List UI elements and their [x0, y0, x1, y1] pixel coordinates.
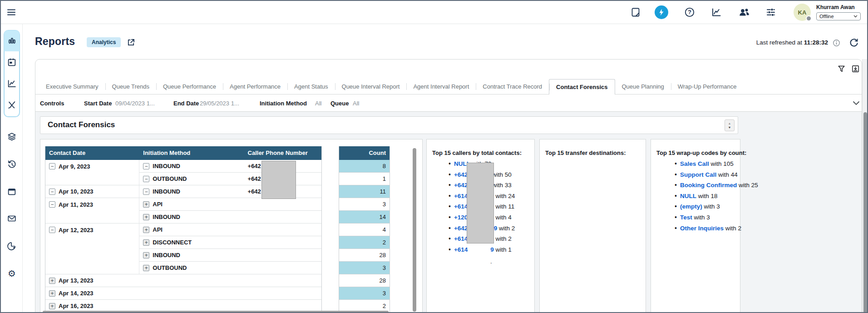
sliders-icon[interactable]	[765, 7, 776, 18]
count-cell: 11	[339, 185, 390, 198]
collapse-icon[interactable]: −	[49, 201, 55, 208]
tab-wrap-up-performance[interactable]: Wrap-Up Performance	[671, 79, 744, 94]
table-horizontal-scrollbar[interactable]	[43, 311, 389, 313]
collapse-icon[interactable]: −	[49, 163, 55, 169]
wrapup-link[interactable]: Other Inquiries	[680, 225, 724, 232]
page-scrollbar-thumb[interactable]	[863, 112, 867, 313]
table-row: +DISCONNECT	[45, 236, 321, 249]
caller-link[interactable]: +642	[454, 182, 468, 189]
wrapup-link[interactable]: NULL	[680, 193, 696, 199]
initiation-method-value[interactable]: All	[315, 100, 321, 107]
wrapup-link[interactable]: (empty)	[680, 203, 702, 210]
line-chart-icon	[7, 79, 17, 89]
collapse-icon[interactable]: −	[49, 189, 55, 195]
expand-icon[interactable]: +	[143, 214, 149, 220]
stepper-down-icon[interactable]: ▼	[728, 126, 731, 129]
note-icon[interactable]	[630, 7, 641, 18]
table-vertical-scrollbar[interactable]	[413, 148, 416, 312]
hamburger-menu-icon[interactable]	[6, 7, 17, 18]
collapse-icon[interactable]: −	[143, 176, 149, 182]
caller-link[interactable]: +642	[454, 171, 468, 178]
calendar-icon	[7, 57, 17, 67]
start-date-label: Start Date	[84, 100, 112, 107]
expand-icon[interactable]: +	[49, 278, 55, 284]
tab-queue-trends[interactable]: Queue Trends	[105, 79, 156, 94]
count-cell: 3	[339, 198, 390, 211]
sidebar-item-reports-pie[interactable]	[4, 236, 20, 257]
tab-queue-planning[interactable]: Queue Planning	[615, 79, 671, 94]
table-row: +INBOUND	[45, 211, 321, 224]
lightning-icon[interactable]	[655, 5, 668, 19]
tab-contract-trace-record[interactable]: Contract Trace Record	[476, 79, 549, 94]
tab-queue-performance[interactable]: Queue Performance	[156, 79, 223, 94]
sidebar-item-dashboards[interactable]	[4, 30, 20, 51]
page-scrollbar-track	[862, 59, 868, 313]
caller-link[interactable]: +614	[454, 203, 468, 210]
queue-value[interactable]: All	[353, 100, 359, 107]
sidebar-item-history[interactable]	[4, 154, 20, 175]
table-header-row: Contact Date Initiation Method Caller Ph…	[45, 146, 321, 160]
caller-link[interactable]: +614	[454, 246, 468, 253]
window-icon	[7, 187, 17, 197]
transfer-destinations-title: Top 15 transfer destinations:	[545, 149, 626, 156]
help-icon[interactable]: ?	[684, 7, 695, 18]
wrapup-link[interactable]: Sales Call	[680, 160, 709, 167]
forensics-table-card: Contact Date Initiation Method Caller Ph…	[40, 139, 423, 313]
tab-agent-interval-report[interactable]: Agent Interval Report	[406, 79, 476, 94]
bar-chart-icon	[7, 36, 17, 46]
agent-status-select[interactable]: Offline	[816, 12, 861, 20]
expand-icon[interactable]: +	[49, 303, 55, 309]
queue-label: Queue	[330, 100, 349, 107]
expand-icon[interactable]: +	[143, 265, 149, 271]
list-item: Support Call with 44	[675, 169, 758, 180]
report-card: Executive Summary Queue Trends Queue Per…	[35, 59, 862, 313]
users-icon[interactable]	[738, 7, 750, 18]
expand-icon[interactable]: +	[49, 290, 55, 297]
metrics-icon[interactable]	[711, 7, 722, 18]
tab-executive-summary[interactable]: Executive Summary	[39, 79, 105, 94]
expand-icon[interactable]: +	[143, 252, 149, 258]
start-date-value[interactable]: 09/04/2023 1...	[115, 100, 155, 107]
tab-contact-forensics[interactable]: Contact Forensics	[549, 79, 615, 94]
collapse-icon[interactable]: −	[143, 189, 149, 195]
tab-agent-performance[interactable]: Agent Performance	[223, 79, 287, 94]
stepper-up-icon[interactable]: ▲	[728, 122, 731, 125]
caller-link[interactable]: +642	[454, 225, 468, 232]
sidebar-item-metrics[interactable]	[4, 73, 20, 94]
col-header-count: Count	[339, 146, 390, 160]
wrapup-link[interactable]: Booking Confirmed	[680, 182, 737, 189]
tab-agent-status[interactable]: Agent Status	[287, 79, 335, 94]
caller-link[interactable]: +614	[454, 193, 468, 199]
sidebar-item-mail[interactable]	[4, 208, 20, 229]
mail-icon	[7, 214, 17, 224]
end-date-value[interactable]: 29/05/2023 1...	[200, 100, 239, 107]
history-icon	[7, 159, 17, 169]
tab-queue-interval-report[interactable]: Queue Interval Report	[335, 79, 407, 94]
status-indicator-dot	[806, 15, 812, 21]
expand-icon[interactable]: +	[143, 227, 149, 233]
chevron-down-icon[interactable]	[853, 101, 860, 105]
list-item: +6149 with 1	[449, 244, 515, 255]
wrapup-link[interactable]: Test	[680, 214, 692, 221]
caller-link[interactable]: +614	[454, 235, 468, 242]
caller-link[interactable]: +120	[454, 214, 468, 221]
wrapup-link[interactable]: Support Call	[680, 171, 716, 178]
download-icon[interactable]	[851, 65, 860, 73]
expand-icon[interactable]: +	[143, 239, 149, 246]
filter-icon[interactable]	[837, 65, 846, 73]
sidebar-item-design[interactable]	[4, 94, 20, 115]
sidebar-item-layers[interactable]	[4, 126, 20, 147]
sidebar-item-window[interactable]	[4, 181, 20, 202]
sidebar-item-settings[interactable]: ⚙	[4, 263, 20, 284]
collapse-icon[interactable]: −	[143, 163, 149, 169]
list-item: NULL with 18	[675, 191, 758, 202]
col-header-initiation-method: Initiation Method	[139, 146, 244, 160]
collapse-icon[interactable]: −	[49, 227, 55, 233]
external-link-icon[interactable]	[126, 38, 136, 47]
expand-icon[interactable]: +	[143, 201, 149, 208]
refresh-icon[interactable]	[849, 38, 859, 48]
sidebar-item-calendar[interactable]	[4, 52, 20, 73]
controls-label: Controls	[40, 100, 64, 107]
count-cell: 28	[339, 249, 390, 262]
info-icon[interactable]	[833, 39, 840, 47]
